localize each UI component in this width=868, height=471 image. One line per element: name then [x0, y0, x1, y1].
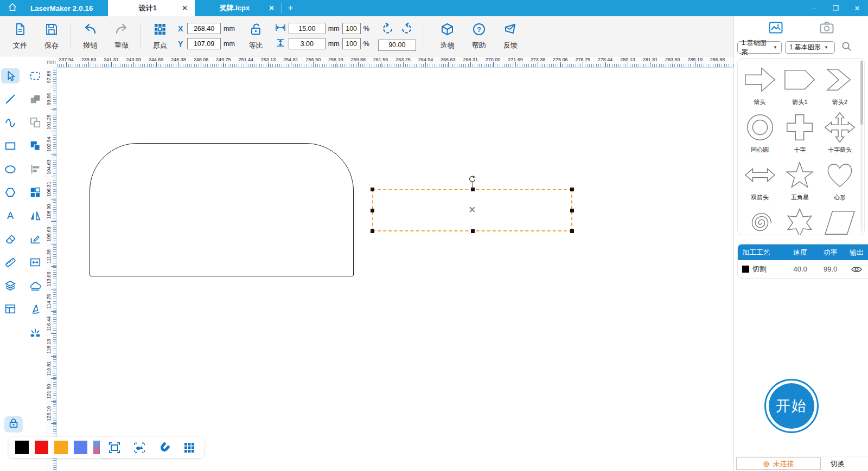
redo-button[interactable]: 重做 — [106, 22, 137, 50]
rotation-angle-input[interactable] — [378, 40, 416, 51]
process-speed: 40.0 — [785, 265, 815, 273]
frame-expand-tool[interactable] — [26, 255, 44, 270]
line-tool[interactable] — [1, 92, 20, 107]
layers-tool[interactable] — [1, 278, 20, 293]
v-ruler-major-tick — [51, 378, 56, 379]
marquee-select-tool[interactable] — [26, 68, 44, 83]
create-button[interactable]: 造物 — [432, 22, 463, 50]
rounded-rectangle-shape[interactable] — [90, 143, 354, 276]
resize-handle-s[interactable] — [471, 229, 475, 233]
home-button[interactable] — [0, 0, 25, 16]
tab-camera[interactable] — [818, 22, 836, 37]
rotate-cw-button[interactable] — [399, 22, 413, 38]
lock-button[interactable] — [4, 416, 23, 433]
gallery-item-arrow[interactable]: 箭头 — [740, 62, 780, 109]
tab-close-icon[interactable]: ✕ — [180, 3, 189, 13]
subtract-tool[interactable] — [26, 115, 44, 130]
polygon-tool[interactable] — [1, 185, 20, 200]
mirror-tool[interactable] — [26, 208, 44, 223]
gallery-item-parallelogram[interactable]: 平行四边形 — [820, 205, 860, 235]
h-ruler-major-tick — [381, 62, 381, 67]
visibility-toggle[interactable] — [845, 265, 868, 274]
select-objects-button[interactable] — [132, 441, 146, 455]
gallery-scrollbar-thumb[interactable] — [860, 61, 863, 125]
rotate-ccw-button[interactable] — [381, 22, 395, 38]
union-tool[interactable] — [26, 92, 44, 107]
aspect-ratio-lock-button[interactable]: 等比 — [240, 22, 272, 50]
save-button[interactable]: 保存 — [36, 22, 67, 50]
tab-gallery[interactable] — [767, 22, 785, 37]
gallery-item-doublearrow[interactable]: 双箭头 — [740, 157, 780, 205]
cloud-tool[interactable] — [26, 278, 44, 293]
y-input[interactable] — [187, 38, 221, 49]
star6-shape-icon — [784, 207, 815, 235]
subcategory-dropdown[interactable]: 1.基本图形 ▼ — [785, 41, 835, 54]
gallery-item-heart[interactable]: 心形 — [820, 157, 860, 205]
maximize-button[interactable]: ❐ — [825, 0, 846, 16]
rotate-object-tool[interactable] — [26, 301, 44, 317]
x-input[interactable] — [187, 23, 221, 34]
curve-tool[interactable] — [1, 115, 20, 130]
color-swatch[interactable] — [54, 441, 68, 454]
workarea-frame-button[interactable] — [107, 441, 122, 455]
ellipse-tool[interactable] — [1, 162, 20, 177]
resize-handle-e[interactable] — [570, 209, 574, 212]
select-tool[interactable] — [1, 68, 20, 83]
search-icon[interactable] — [841, 41, 852, 54]
close-button[interactable]: ✕ — [846, 0, 868, 16]
gallery-item-arrow1[interactable]: 箭头1 — [780, 62, 820, 109]
gallery-item-star5[interactable]: 五角星 — [780, 157, 820, 205]
tab-lcpx-file[interactable]: 奖牌.lcpx ✕ — [195, 0, 282, 16]
explode-tool[interactable] — [26, 325, 44, 340]
rectangle-tool[interactable] — [1, 138, 20, 153]
resize-handle-sw[interactable] — [371, 229, 374, 233]
gallery-item-spiral[interactable]: 螺旋线 — [740, 205, 780, 235]
color-swatch[interactable] — [35, 441, 48, 454]
process-row[interactable]: 切割40.099.0 — [738, 260, 868, 278]
color-swatch[interactable] — [15, 441, 29, 454]
start-button[interactable]: 开始 — [764, 379, 819, 433]
width-input[interactable] — [289, 23, 326, 34]
resize-handle-w[interactable] — [371, 209, 374, 212]
gallery-item-cross[interactable]: 十字 — [780, 109, 820, 157]
rotate-handle[interactable] — [469, 175, 476, 185]
file-button[interactable]: 文件 — [4, 22, 36, 50]
grid-button[interactable] — [182, 441, 196, 455]
help-button[interactable]: ? 帮助 — [463, 22, 495, 50]
table-tool[interactable] — [1, 301, 20, 317]
resize-handle-ne[interactable] — [570, 188, 574, 191]
height-input[interactable] — [289, 38, 326, 49]
distribute-blocks-tool[interactable] — [26, 185, 44, 200]
tab-design1[interactable]: 设计1 ✕ — [108, 0, 195, 16]
resize-handle-se[interactable] — [570, 229, 574, 233]
resize-handle-nw[interactable] — [371, 188, 374, 191]
node-edit-tool[interactable] — [26, 231, 44, 247]
width-percent-input[interactable] — [342, 23, 361, 34]
combine-tool[interactable] — [26, 138, 44, 153]
eraser-tool[interactable] — [1, 231, 20, 247]
ruler-tool[interactable] — [1, 255, 20, 270]
connection-status[interactable]: ⊗ 未连接 — [736, 457, 821, 470]
tab-close-icon[interactable]: ✕ — [266, 3, 276, 13]
minimize-button[interactable]: – — [803, 0, 825, 16]
category-dropdown[interactable]: 1.基础图案 ▼ — [737, 41, 782, 54]
color-swatch[interactable] — [74, 441, 87, 454]
gallery-scrollbar[interactable] — [860, 61, 863, 231]
new-tab-button[interactable]: + — [282, 0, 298, 16]
align-tool[interactable] — [26, 162, 44, 177]
heart-shape-icon — [824, 159, 856, 193]
design-canvas[interactable]: × — [57, 68, 733, 471]
gallery-item-arrow2[interactable]: 箭头2 — [820, 62, 860, 109]
snap-magnet-button[interactable] — [157, 441, 171, 455]
h-ruler-major-tick — [673, 62, 673, 67]
gallery-item-star6[interactable]: 六角星 — [780, 205, 820, 235]
gallery-item-crossarrows[interactable]: 十字箭头 — [820, 109, 860, 157]
undo-button[interactable]: 撤销 — [74, 22, 106, 50]
height-percent-input[interactable] — [342, 38, 361, 49]
text-tool[interactable]: A — [1, 208, 20, 223]
switch-device-button[interactable]: 切换 — [831, 459, 845, 469]
origin-button[interactable]: 原点 — [144, 22, 176, 50]
gallery-item-concentric[interactable]: 同心圆 — [740, 109, 780, 157]
selected-object[interactable]: × — [372, 189, 572, 231]
feedback-button[interactable]: 反馈 — [495, 22, 526, 50]
